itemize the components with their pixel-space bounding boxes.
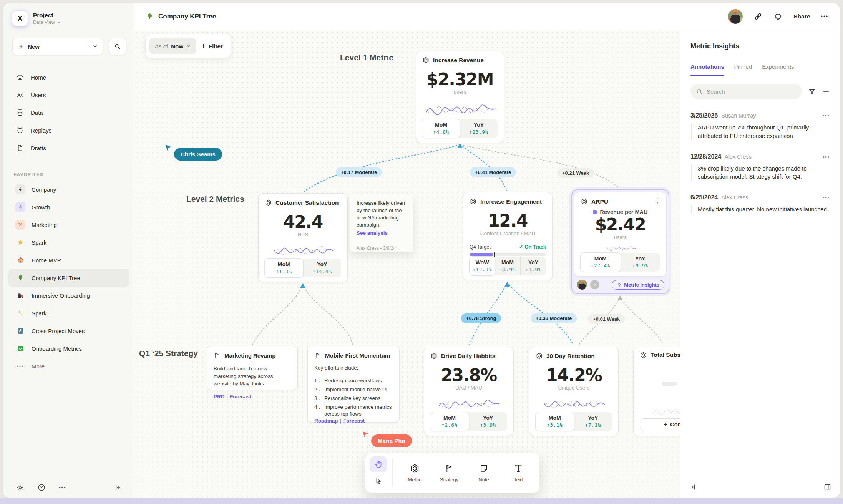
strategy-card-marketing-revamp[interactable]: Marketing Revamp Build and launch a new …: [207, 346, 298, 390]
tab-pinned[interactable]: Pinned: [734, 63, 752, 70]
annotations-search[interactable]: [690, 84, 802, 99]
help-icon[interactable]: [37, 483, 46, 492]
stat-wow[interactable]: WoW ↑12.3%: [469, 256, 495, 276]
favorite-label: Company KPI Tree: [32, 275, 80, 281]
project-switcher[interactable]: X Project Data View: [3, 3, 135, 26]
sidebar-item-data[interactable]: Data: [3, 104, 135, 121]
level1-label: Level 1 Metric: [340, 53, 393, 62]
connect-data-button[interactable]: + Connect: [640, 418, 680, 431]
stat-mom[interactable]: MoM ↑2.6%: [430, 412, 469, 431]
annotation-item[interactable]: 12/28/2024 Alex Cress ••• 3% drop likely…: [690, 153, 830, 181]
kebab-menu-icon[interactable]: ⋮: [655, 197, 661, 204]
project-view-label: Data View: [33, 20, 55, 25]
collapse-panel-icon[interactable]: [689, 483, 697, 491]
sidebar-item-users[interactable]: Users: [3, 86, 135, 104]
sidebar-item-cross-project-moves[interactable]: Cross Project Moves: [8, 322, 129, 340]
metric-card-increase-revenue[interactable]: Increase Revenue $2.32M users MoM ↑4.8% …: [416, 51, 504, 143]
stat-yoy[interactable]: YoY ↑3.9%: [469, 412, 507, 431]
favorite-label: Marketing: [32, 222, 57, 228]
sidebar-item-marketing[interactable]: Marketing: [8, 216, 129, 234]
search-input[interactable]: [690, 84, 802, 99]
metric-card-arpu[interactable]: ARPU ⋮ Revenue per MAU $2.42 users MoM: [574, 192, 667, 277]
sidebar-item-more[interactable]: ••• More: [8, 357, 129, 375]
strategy-card-mobile-first-momentum[interactable]: Mobile-First Momentum Key efforts includ…: [307, 346, 400, 423]
new-dropdown-button[interactable]: [86, 38, 103, 55]
page-title: Company KPI Tree: [146, 13, 216, 20]
text-tool-button[interactable]: T Text: [502, 461, 535, 485]
stat-yoy[interactable]: YoY ↑23.9%: [460, 119, 498, 138]
sidebar-item-growth[interactable]: Growth: [8, 198, 129, 216]
metric-tool-button[interactable]: Metric: [398, 461, 431, 485]
sidebar-item-company-kpi-tree[interactable]: Company KPI Tree: [8, 269, 129, 287]
sidebar-item-replays[interactable]: Replays: [3, 121, 135, 139]
sidebar-item-home[interactable]: Home: [3, 68, 135, 86]
share-button[interactable]: Share: [793, 13, 810, 20]
metric-hexagon-icon: [640, 352, 647, 358]
sidebar-item-label: Users: [31, 92, 46, 98]
text-icon: T: [515, 464, 522, 474]
tab-annotations[interactable]: Annotations: [690, 63, 724, 70]
metric-hexagon-icon: [430, 352, 438, 360]
metric-card-customer-satisfaction[interactable]: Customer Satisfaction 42.4 NPS MoM ↑1.3%…: [258, 193, 348, 282]
sidebar-search-button[interactable]: [109, 38, 126, 55]
stat-mom[interactable]: MoM ↑3.9%: [495, 257, 520, 275]
stat-mom[interactable]: MoM ↑27.4%: [580, 252, 621, 272]
sidebar-item-immersive-onboarding[interactable]: Immersive Onboarding: [8, 287, 129, 304]
metric-insights-badge[interactable]: Metric Insights: [612, 280, 664, 290]
stat-yoy[interactable]: YoY ↑9.9%: [621, 253, 660, 272]
stat-yoy[interactable]: YoY ↑14.4%: [303, 259, 342, 277]
project-view-selector[interactable]: Data View: [33, 20, 61, 25]
sidebar-item-home-mvp[interactable]: Home MVP: [8, 251, 129, 269]
panel-layout-icon[interactable]: [823, 483, 831, 491]
forecast-link[interactable]: Forecast: [343, 418, 365, 424]
favorite-heart-icon[interactable]: [773, 12, 783, 21]
swirl-arrow-icon: [15, 326, 25, 336]
sidebar-item-spark[interactable]: Spark: [8, 234, 129, 251]
metric-card-total-subscriptions[interactable]: Total Subscriptions + Connect: [633, 346, 680, 436]
annotation-menu-icon[interactable]: •••: [823, 154, 830, 160]
panel-title: Metric Insights: [690, 42, 830, 50]
add-filter-button[interactable]: + Filter: [201, 42, 223, 50]
metric-card-arpu-selected[interactable]: ARPU ⋮ Revenue per MAU $2.42 users MoM: [571, 189, 669, 294]
strategy-tool-button[interactable]: Strategy: [433, 461, 466, 485]
stat-yoy[interactable]: YoY ↑7.1%: [574, 412, 612, 431]
metric-card-increase-engagement[interactable]: Increase Engagement 12.4 Content Creatio…: [463, 192, 553, 280]
annotation-item[interactable]: 6/25/2024 Alex Cress ••• Mostly flat thi…: [690, 194, 830, 214]
new-button[interactable]: + New: [12, 38, 103, 55]
filter-funnel-icon[interactable]: [808, 88, 816, 96]
select-tool-button[interactable]: [370, 473, 387, 489]
metric-unit: users: [581, 234, 660, 240]
roadmap-link[interactable]: Roadmap: [314, 418, 338, 424]
avatar[interactable]: [728, 9, 743, 24]
topbar-more-icon[interactable]: •••: [821, 13, 828, 19]
as-of-selector[interactable]: As of Now: [149, 38, 196, 54]
metric-title: Drive Daily Habbits: [441, 353, 495, 360]
stat-mom[interactable]: MoM ↑3.1%: [535, 412, 574, 431]
sidebar-item-spark-2[interactable]: Spark: [8, 304, 129, 322]
sidebar-item-onboarding-metrics[interactable]: Onboarding Metrics: [8, 340, 129, 357]
annotation-item[interactable]: 3/25/2025 Susan Murray ••• ARPU went up …: [690, 112, 830, 140]
gear-icon[interactable]: [16, 484, 24, 492]
favorite-label: Spark: [32, 310, 46, 317]
note-card[interactable]: Increase likely driven by the launch of …: [350, 194, 413, 252]
tab-experiments[interactable]: Experiments: [762, 63, 794, 70]
sidebar-more-actions-icon[interactable]: •••: [59, 485, 66, 491]
kpi-tree-canvas[interactable]: As of Now + Filter Level 1 Metric Level …: [135, 30, 680, 498]
note-tool-button[interactable]: Note: [467, 461, 500, 485]
sidebar-item-company[interactable]: Company: [8, 181, 129, 198]
annotation-menu-icon[interactable]: •••: [823, 195, 830, 201]
collapse-sidebar-icon[interactable]: [114, 484, 122, 491]
metric-card-30-day-retention[interactable]: 30 Day Retention 14.2% Unique Users MoM …: [529, 346, 619, 436]
sidebar-item-drafts[interactable]: Drafts: [3, 139, 135, 157]
stat-mom[interactable]: MoM ↑1.3%: [264, 258, 304, 278]
see-analysis-link[interactable]: See analysis: [357, 230, 407, 237]
annotation-menu-icon[interactable]: •••: [823, 113, 830, 119]
add-annotation-icon[interactable]: [822, 88, 830, 95]
forecast-link[interactable]: Forecast: [230, 394, 251, 400]
stat-mom[interactable]: MoM ↑4.8%: [422, 119, 460, 138]
metric-card-drive-daily-habbits[interactable]: Drive Daily Habbits 23.8% DAU / MAU MoM …: [424, 346, 514, 436]
prd-link[interactable]: PRD: [214, 394, 225, 400]
copy-link-icon[interactable]: [753, 12, 763, 21]
hand-tool-button[interactable]: [370, 456, 387, 472]
stat-yoy[interactable]: YoY ↑3.9%: [520, 257, 546, 275]
